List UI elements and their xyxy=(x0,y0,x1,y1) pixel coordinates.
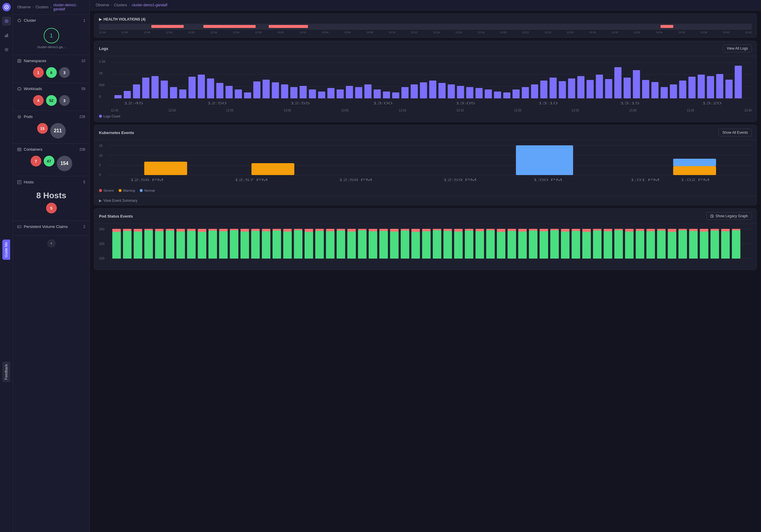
pods-badge-red[interactable]: 15 xyxy=(37,123,48,134)
logs-y-label-1k: 1K xyxy=(99,71,108,75)
left-sidebar: Observe › Clusters › cluster-demo1-ganda… xyxy=(13,0,90,532)
svg-rect-27 xyxy=(151,76,159,98)
hosts-icon xyxy=(17,180,22,184)
svg-rect-28 xyxy=(161,81,168,98)
events-title: Kubernetes Events xyxy=(99,131,134,135)
containers-badge-green[interactable]: 47 xyxy=(44,156,54,166)
nav-observe-icon[interactable] xyxy=(2,17,11,26)
svg-rect-56 xyxy=(420,82,427,98)
svg-rect-50 xyxy=(365,85,372,98)
workloads-badge-green[interactable]: 52 xyxy=(46,95,57,106)
svg-rect-79 xyxy=(633,70,640,98)
svg-rect-176 xyxy=(411,229,420,232)
svg-text:13:00: 13:00 xyxy=(373,101,393,105)
containers-badge-gray[interactable]: 154 xyxy=(57,156,72,171)
svg-rect-119 xyxy=(112,232,121,259)
svg-rect-151 xyxy=(283,231,292,259)
svg-rect-221 xyxy=(657,231,666,259)
svg-rect-59 xyxy=(448,85,455,98)
svg-rect-191 xyxy=(497,232,505,259)
badge-gray[interactable]: 3 xyxy=(59,67,70,78)
svg-rect-155 xyxy=(305,232,313,259)
hosts-badge-red[interactable]: 5 xyxy=(46,203,57,213)
svg-rect-32 xyxy=(198,75,205,98)
svg-rect-181 xyxy=(443,231,452,259)
logs-legend: Logs Count xyxy=(99,114,752,118)
sidebar-collapse-button[interactable] xyxy=(47,239,56,248)
pods-badge-gray[interactable]: 211 xyxy=(50,123,66,139)
svg-rect-202 xyxy=(550,229,559,230)
svg-rect-193 xyxy=(507,231,516,259)
svg-rect-192 xyxy=(497,229,505,232)
containers-badges: 7 47 154 xyxy=(17,154,85,172)
svg-point-15 xyxy=(19,116,20,117)
sidebar-workloads-section: Workloads 59 4 52 3 xyxy=(13,83,89,111)
svg-rect-212 xyxy=(604,229,613,231)
svg-rect-146 xyxy=(251,229,260,231)
svg-rect-153 xyxy=(294,230,303,259)
containers-badge-red[interactable]: 7 xyxy=(30,156,41,166)
svg-rect-219 xyxy=(646,231,655,259)
pods-icon xyxy=(17,115,22,119)
sidebar-cluster-section: Cluster 1 1 cluster-demo1-ga... xyxy=(13,15,89,55)
containers-icon xyxy=(17,148,22,151)
svg-rect-16 xyxy=(18,148,21,151)
logs-y-label-500: 500 xyxy=(99,83,108,87)
svg-rect-231 xyxy=(711,231,719,259)
workloads-badge-gray[interactable]: 3 xyxy=(59,95,70,106)
svg-rect-170 xyxy=(379,229,388,231)
svg-rect-103 xyxy=(144,162,187,175)
svg-text:1:00 PM: 1:00 PM xyxy=(533,178,562,182)
svg-rect-152 xyxy=(283,229,292,231)
svg-rect-73 xyxy=(577,76,584,98)
svg-rect-229 xyxy=(700,231,708,259)
badge-green[interactable]: 6 xyxy=(46,67,57,78)
show-all-events-button[interactable]: Show All Events xyxy=(719,129,752,137)
svg-point-7 xyxy=(6,49,7,50)
svg-rect-156 xyxy=(305,229,313,232)
sidebar-breadcrumb: Observe › Clusters › cluster-demo1-ganda… xyxy=(13,0,89,15)
nav-chart-icon[interactable] xyxy=(2,31,11,40)
svg-rect-35 xyxy=(226,86,233,98)
svg-rect-132 xyxy=(176,229,185,231)
svg-rect-143 xyxy=(241,231,249,259)
svg-rect-75 xyxy=(596,75,603,98)
svg-rect-183 xyxy=(454,231,463,259)
svg-rect-218 xyxy=(636,229,644,231)
workloads-icon xyxy=(17,87,22,91)
view-event-summary[interactable]: ▶ View Event Summary xyxy=(94,196,757,205)
svg-rect-228 xyxy=(689,229,698,231)
svg-rect-167 xyxy=(369,231,377,259)
nav-settings-icon[interactable] xyxy=(2,45,11,54)
svg-rect-140 xyxy=(219,229,228,231)
events-header: Kubernetes Events Show All Events xyxy=(94,125,757,140)
svg-rect-159 xyxy=(326,231,334,259)
svg-rect-185 xyxy=(465,231,474,259)
svg-rect-227 xyxy=(689,231,698,259)
svg-rect-134 xyxy=(187,229,196,231)
svg-rect-43 xyxy=(300,86,307,98)
logs-chart-area: 1.5K 1K 500 0 xyxy=(94,56,757,122)
svg-rect-215 xyxy=(625,231,634,259)
feedback-tab[interactable]: Feedback xyxy=(2,362,10,382)
violations-title: ▶ HEALTH VIOLATIONS (4) xyxy=(99,17,752,22)
svg-rect-234 xyxy=(721,229,730,231)
clock-icon xyxy=(710,214,714,218)
workloads-badge-red[interactable]: 4 xyxy=(33,95,44,106)
guide-me-tab[interactable]: Guide Me xyxy=(2,240,10,260)
badge-red[interactable]: 1 xyxy=(33,67,44,78)
svg-rect-85 xyxy=(688,77,696,98)
svg-rect-210 xyxy=(593,229,602,231)
events-legend: Severe Warning Normal xyxy=(99,189,752,192)
svg-rect-105 xyxy=(516,145,573,175)
show-legacy-graph-button[interactable]: Show Legacy Graph xyxy=(706,212,752,220)
violations-expand-icon[interactable]: ▶ xyxy=(99,17,102,22)
cluster-node[interactable]: 1 cluster-demo1-ga... xyxy=(17,26,85,51)
svg-rect-157 xyxy=(316,231,324,259)
view-all-logs-button[interactable]: View All Logs xyxy=(723,44,752,52)
svg-rect-34 xyxy=(216,83,223,98)
svg-rect-203 xyxy=(561,231,569,259)
cluster-icon xyxy=(17,19,22,23)
svg-rect-165 xyxy=(358,230,367,259)
svg-rect-217 xyxy=(636,231,644,259)
